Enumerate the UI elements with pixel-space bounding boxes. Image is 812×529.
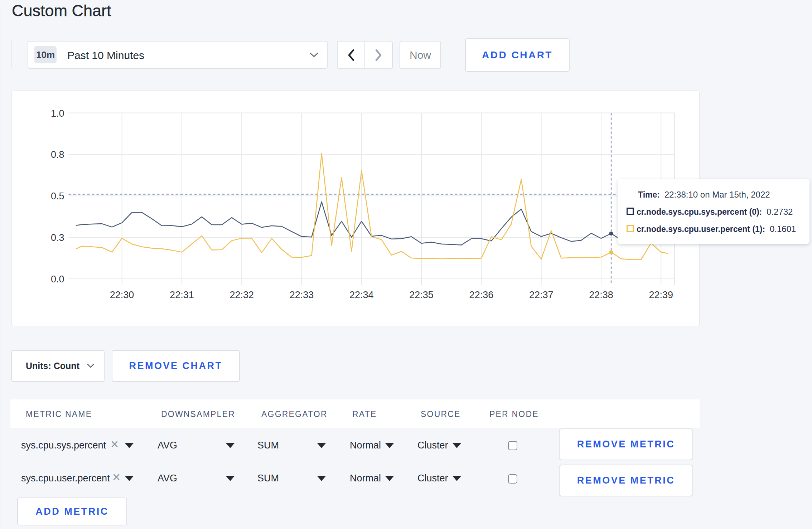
svg-text:22:33: 22:33 xyxy=(290,290,314,300)
svg-text:22:37: 22:37 xyxy=(529,290,554,300)
svg-text:0.3: 0.3 xyxy=(51,232,64,243)
svg-text:22:39: 22:39 xyxy=(649,290,673,300)
svg-text:22:32: 22:32 xyxy=(229,290,254,300)
svg-text:1.0: 1.0 xyxy=(51,108,64,119)
svg-text:0.5: 0.5 xyxy=(51,191,64,202)
svg-text:0.0: 0.0 xyxy=(51,274,64,285)
svg-text:22:30: 22:30 xyxy=(110,290,134,300)
svg-text:22:34: 22:34 xyxy=(349,290,374,300)
svg-text:22:31: 22:31 xyxy=(170,290,194,300)
svg-text:22:38: 22:38 xyxy=(589,290,613,300)
svg-text:22:36: 22:36 xyxy=(469,290,494,300)
svg-text:0.8: 0.8 xyxy=(51,149,64,160)
svg-text:22:35: 22:35 xyxy=(409,290,434,300)
